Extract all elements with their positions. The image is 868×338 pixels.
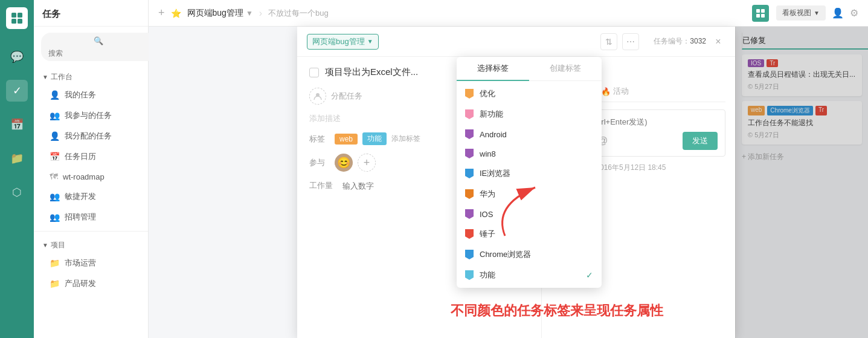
svg-rect-3	[18, 19, 22, 24]
add-description-link[interactable]: 添加描述	[309, 113, 341, 124]
view-mode-button[interactable]: 看板视图 ▼	[776, 5, 826, 21]
tag-item-label: win8	[480, 149, 496, 158]
tag-item-label: Chrome浏览器	[480, 249, 531, 260]
svg-rect-6	[756, 14, 760, 18]
assign-icon: 👤	[50, 131, 60, 141]
tag-list-item[interactable]: IOS	[457, 204, 602, 224]
main-header: + ⭐ 网页端bug管理 ▼ › 不放过每一个bug 看板视图 ▼ 👤 ⚙	[149, 0, 868, 27]
workload-label: 工作量	[309, 180, 333, 191]
assign-avatar[interactable]	[309, 88, 326, 105]
sidebar-icon-calendar[interactable]: 📅	[6, 114, 28, 135]
header-divider: ›	[259, 8, 262, 19]
view-grid-icon[interactable]	[752, 5, 769, 22]
sidebar-icon-tasks[interactable]: ✓	[6, 80, 28, 102]
tag-item-label: 锤子	[480, 229, 495, 239]
assign-label: 分配任务	[331, 91, 362, 102]
tag-web[interactable]: web	[335, 134, 358, 145]
agile-icon: 👥	[50, 192, 60, 201]
main-content: + ⭐ 网页端bug管理 ▼ › 不放过每一个bug 看板视图 ▼ 👤 ⚙	[149, 0, 868, 338]
tag-list-item[interactable]: 功能✓	[457, 265, 602, 285]
flame-icon: 🔥	[601, 87, 611, 96]
workload-input[interactable]	[342, 181, 444, 190]
folder-icon-2: 📁	[50, 279, 60, 288]
nav-item-participated[interactable]: 👥 我参与的任务	[37, 106, 144, 125]
close-button[interactable]: ×	[711, 34, 725, 49]
task-modal-header: 网页端bug管理 ▼ ⇅ ⋯ 任务编号：3032 ×	[297, 27, 735, 57]
recruit-icon: 👥	[50, 212, 60, 222]
add-participant-button[interactable]: +	[358, 154, 376, 172]
tag-list-item[interactable]: IE浏览器	[457, 163, 602, 184]
tab-create-tag[interactable]: 创建标签	[529, 57, 602, 80]
nav-panel: 任务 🔍 ▼ 工作台 👤 我的任务 👥 我参与的任务 👤 我分配的任务 📅 任务…	[34, 0, 149, 338]
svg-rect-1	[18, 13, 22, 18]
tag-list-item[interactable]: Android	[457, 125, 602, 144]
tag-item-label: 华为	[480, 189, 495, 200]
task-checkbox[interactable]	[309, 68, 319, 77]
person-icon: 👤	[50, 90, 60, 100]
section-project[interactable]: ▼ 项目	[34, 235, 148, 253]
nav-item-marketing[interactable]: 📁 市场运营	[37, 253, 144, 273]
tag-flag-icon	[465, 149, 474, 158]
nav-item-agile[interactable]: 👥 敏捷开发	[37, 187, 144, 206]
tag-list-item[interactable]: 优化	[457, 83, 602, 104]
tab-activity[interactable]: 🔥 活动	[601, 86, 629, 97]
more-icon[interactable]: ⋯	[622, 33, 639, 50]
search-icon: 🔍	[94, 36, 103, 45]
nav-item-recruit[interactable]: 👥 招聘管理	[37, 207, 144, 227]
nav-item-roadmap[interactable]: 🗺 wt-roadmap	[37, 167, 144, 186]
bottom-annotation: 不同颜色的任务标签来呈现任务属性	[451, 302, 663, 320]
sidebar-icon-chat[interactable]: 💬	[6, 46, 28, 68]
header-subtitle: 不放过每一个bug	[268, 8, 329, 19]
user-icon[interactable]: 👤	[832, 7, 844, 19]
chevron-icon: ▼	[367, 38, 373, 45]
tag-dropdown: 选择标签 创建标签 优化新功能Androidwin8IE浏览器华为IOS锤子Ch…	[457, 57, 602, 288]
nav-divider	[34, 231, 148, 232]
icon-sidebar: 💬 ✓ 📅 📁 ⬡	[0, 0, 34, 338]
calendar-icon: 📅	[50, 152, 60, 161]
tag-item-label: 优化	[480, 88, 495, 99]
project-tag: 网页端bug管理 ▼	[307, 34, 379, 50]
people-icon: 👥	[50, 111, 60, 120]
tag-func[interactable]: 功能	[362, 132, 387, 145]
comment-submit-button[interactable]: 发送	[683, 132, 718, 150]
arrow-icon-2: ▼	[42, 242, 48, 249]
search-input[interactable]	[48, 49, 148, 57]
tab-select-tag[interactable]: 选择标签	[457, 57, 529, 81]
section-workbench[interactable]: ▼ 工作台	[34, 67, 148, 85]
tag-dropdown-header: 选择标签 创建标签	[457, 57, 602, 81]
filter-icon[interactable]: ⇅	[600, 33, 617, 50]
tag-label: 标签	[309, 134, 325, 145]
add-task-header-btn[interactable]: +	[158, 7, 165, 19]
tag-item-label: Android	[480, 130, 507, 139]
tag-flag-icon	[465, 229, 474, 239]
tag-flag-icon	[465, 89, 474, 99]
tag-flag-icon	[465, 250, 474, 259]
nav-item-my-tasks[interactable]: 👤 我的任务	[37, 85, 144, 105]
tag-flag-icon	[465, 129, 474, 139]
participants-label: 参与	[309, 157, 325, 168]
sidebar-icon-files[interactable]: 📁	[6, 148, 28, 169]
nav-item-calendar[interactable]: 📅 任务日历	[37, 147, 144, 166]
chevron-down-icon: ▼	[814, 10, 820, 16]
settings-icon[interactable]: ⚙	[850, 7, 858, 19]
tag-check-icon: ✓	[586, 270, 593, 280]
tag-list-item[interactable]: win8	[457, 144, 602, 163]
tag-list-item[interactable]: 新功能	[457, 104, 602, 125]
folder-icon: 📁	[50, 258, 60, 268]
header-project-name: 网页端bug管理 ▼	[187, 8, 253, 19]
task-title: 项目导出为Excel文件...	[325, 67, 418, 78]
tag-flag-icon	[465, 209, 474, 219]
search-box[interactable]: 🔍	[41, 33, 156, 61]
add-tag-link[interactable]: 添加标签	[391, 134, 420, 144]
nav-item-product[interactable]: 📁 产品研发	[37, 274, 144, 293]
sidebar-icon-apps[interactable]: ⬡	[6, 181, 28, 203]
tag-list-item[interactable]: Chrome浏览器	[457, 244, 602, 265]
tag-flag-icon	[465, 189, 474, 199]
tag-flag-icon	[465, 109, 474, 119]
nav-item-assigned[interactable]: 👤 我分配的任务	[37, 126, 144, 146]
tag-list: 优化新功能Androidwin8IE浏览器华为IOS锤子Chrome浏览器功能✓	[457, 81, 602, 288]
tag-list-item[interactable]: 锤子	[457, 224, 602, 244]
svg-rect-2	[11, 19, 16, 24]
participant-avatar: 😊	[335, 154, 353, 172]
tag-list-item[interactable]: 华为	[457, 184, 602, 204]
